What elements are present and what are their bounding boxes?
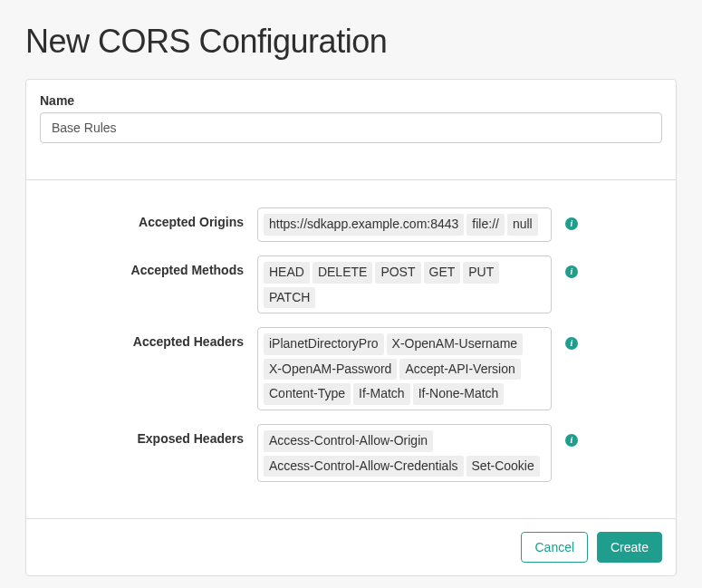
tag[interactable]: file:// — [466, 214, 505, 236]
accepted-origins-input[interactable]: https://sdkapp.example.com:8443file://nu… — [257, 207, 552, 242]
tag[interactable]: X-OpenAM-Password — [264, 359, 397, 381]
cancel-button[interactable]: Cancel — [521, 532, 588, 563]
tag[interactable]: PATCH — [264, 287, 315, 309]
accepted-methods-label: Accepted Methods — [40, 255, 257, 277]
cors-fields-section: Accepted Origins https://sdkapp.example.… — [26, 180, 676, 518]
tag[interactable]: Accept-API-Version — [399, 359, 520, 381]
name-section: Name — [26, 80, 676, 180]
tag[interactable]: https://sdkapp.example.com:8443 — [264, 214, 464, 236]
tag[interactable]: null — [507, 214, 538, 236]
name-input[interactable] — [40, 112, 662, 143]
tag[interactable]: GET — [424, 262, 461, 284]
exposed-headers-label: Exposed Headers — [40, 424, 257, 446]
info-icon[interactable]: i — [565, 337, 578, 350]
accepted-methods-row: Accepted Methods HEADDELETEPOSTGETPUTPAT… — [40, 255, 662, 313]
tag[interactable]: DELETE — [313, 262, 372, 284]
tag[interactable]: Access-Control-Allow-Credentials — [264, 456, 464, 477]
accepted-origins-row: Accepted Origins https://sdkapp.example.… — [40, 207, 662, 242]
panel-footer: Cancel Create — [26, 518, 676, 575]
info-icon[interactable]: i — [565, 265, 578, 278]
exposed-headers-input[interactable]: Access-Control-Allow-OriginAccess-Contro… — [257, 424, 552, 482]
tag[interactable]: PUT — [463, 262, 499, 284]
info-icon[interactable]: i — [565, 217, 578, 230]
tag[interactable]: X-OpenAM-Username — [387, 333, 524, 355]
accepted-origins-label: Accepted Origins — [40, 207, 257, 229]
info-icon[interactable]: i — [565, 434, 578, 447]
config-panel: Name Accepted Origins https://sdkapp.exa… — [25, 79, 677, 576]
tag[interactable]: HEAD — [264, 262, 310, 284]
tag[interactable]: Content-Type — [264, 383, 351, 405]
tag[interactable]: Access-Control-Allow-Origin — [264, 430, 433, 452]
tag[interactable]: iPlanetDirectoryPro — [264, 333, 384, 355]
tag[interactable]: If-Match — [353, 383, 410, 405]
tag[interactable]: If-None-Match — [413, 383, 505, 405]
accepted-headers-row: Accepted Headers iPlanetDirectoryProX-Op… — [40, 327, 662, 410]
name-label: Name — [40, 93, 662, 108]
accepted-methods-input[interactable]: HEADDELETEPOSTGETPUTPATCH — [257, 255, 552, 313]
accepted-headers-input[interactable]: iPlanetDirectoryProX-OpenAM-UsernameX-Op… — [257, 327, 552, 410]
page-title: New CORS Configuration — [25, 23, 677, 61]
accepted-headers-label: Accepted Headers — [40, 327, 257, 349]
tag[interactable]: Set-Cookie — [466, 456, 540, 477]
tag[interactable]: POST — [375, 262, 420, 284]
exposed-headers-row: Exposed Headers Access-Control-Allow-Ori… — [40, 424, 662, 482]
create-button[interactable]: Create — [597, 532, 662, 563]
